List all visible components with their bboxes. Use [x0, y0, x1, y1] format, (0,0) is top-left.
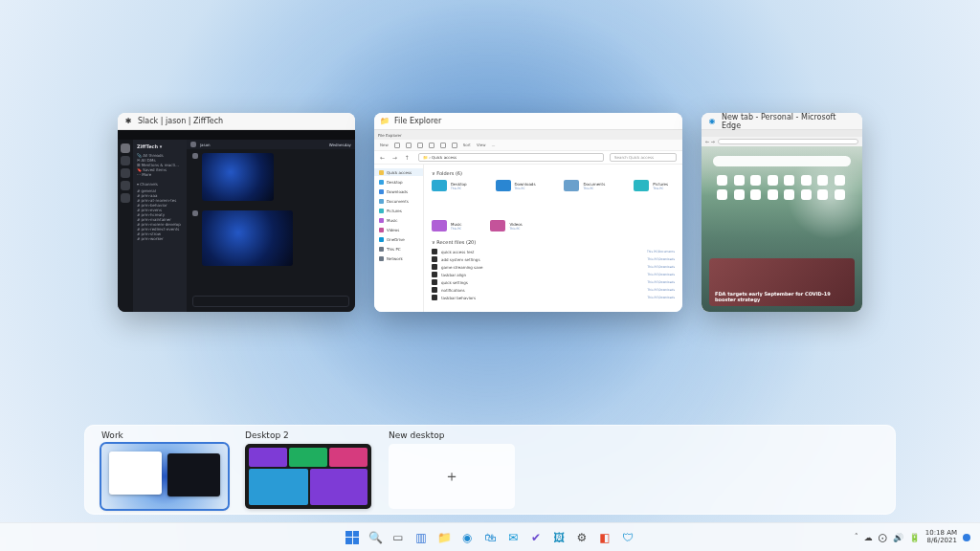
taskbar-photos-button[interactable]: 🖼: [550, 529, 568, 546]
search-input: Search Quick access: [610, 153, 677, 162]
nav-item: This PC: [374, 245, 423, 253]
slack-main: jason Wednesday: [187, 140, 355, 312]
quick-access-folder: VideosThis PC: [490, 220, 522, 231]
window-title: Slack | jason | ZiffTech: [138, 117, 223, 125]
window-thumbnail-edge[interactable]: ◉ New tab - Personal - Microsoft Edge ← …: [702, 113, 862, 312]
nav-item: OneDrive: [374, 235, 423, 243]
taskbar-settings-button[interactable]: ⚙: [573, 529, 590, 546]
taskbar-center: 🔍▭▥📁◉🛍✉✔🖼⚙◧🛡: [344, 529, 636, 546]
quick-access-folder: DesktopThis PC: [432, 180, 467, 191]
taskbar: 🔍▭▥📁◉🛍✉✔🖼⚙◧🛡 ˄ ☁ ⨀ 🔊 🔋 10:18 AM 8/6/2021: [0, 522, 980, 551]
recent-file-row: game streaming saveThis PC\Downloads: [432, 264, 675, 270]
recent-file-row: notificationsThis PC\Downloads: [432, 287, 675, 293]
quick-access-folder: DownloadsThis PC: [496, 180, 536, 191]
window-thumbnail-file-explorer[interactable]: 📁 File Explorer File Explorer NewSortVie…: [374, 113, 682, 312]
nav-item: Pictures: [374, 207, 423, 214]
recent-file-row: quick access testThis PC\Documents: [432, 249, 675, 254]
battery-icon[interactable]: 🔋: [909, 533, 920, 542]
nav-back-forward-icon: ← → ↑: [380, 154, 412, 161]
notifications-icon[interactable]: [963, 534, 970, 541]
recent-file-row: taskbar alignThis PC\Downloads: [432, 272, 675, 277]
explorer-toolbar: NewSortView…: [374, 140, 682, 151]
wifi-icon[interactable]: ⨀: [879, 533, 887, 542]
windows-logo-icon: [345, 531, 359, 544]
window-titlebar: 📁 File Explorer: [374, 113, 682, 130]
taskbar-start-button[interactable]: [344, 529, 361, 546]
taskbar-mail-button[interactable]: ✉: [504, 529, 522, 546]
desktop-label: Work: [101, 430, 228, 440]
nav-item: Documents: [374, 197, 423, 205]
taskbar-security-button[interactable]: 🛡: [619, 529, 636, 546]
edge-icon: ◉: [707, 117, 717, 126]
window-title: New tab - Personal - Microsoft Edge: [722, 113, 857, 130]
slack-composer: [192, 296, 349, 307]
quick-access-folder: MusicThis PC: [432, 220, 461, 231]
taskbar-edge-button[interactable]: ◉: [458, 529, 476, 546]
quick-access-folder: DocumentsThis PC: [564, 180, 605, 191]
window-body: File Explorer NewSortView… ← → ↑ 📁 › Qui…: [374, 130, 682, 312]
taskbar-explorer-button[interactable]: 📁: [435, 529, 453, 546]
window-body: ZiffTech ▾ 📎 All threads✉ All DMs☰ Menti…: [118, 130, 355, 312]
nav-item: Quick access: [374, 168, 423, 176]
taskbar-clock[interactable]: 10:18 AM 8/6/2021: [925, 530, 957, 544]
plus-icon: ＋: [444, 467, 459, 487]
virtual-desktops-bar: WorkDesktop 2 New desktop ＋: [84, 425, 896, 515]
taskbar-office-button[interactable]: ◧: [596, 529, 613, 546]
desktop-thumbnail[interactable]: [101, 444, 228, 509]
volume-icon[interactable]: 🔊: [893, 533, 903, 542]
nav-item: Desktop: [374, 178, 423, 186]
window-titlebar: ✱ Slack | jason | ZiffTech: [118, 113, 355, 130]
virtual-desktop[interactable]: Desktop 2: [245, 430, 371, 509]
taskbar-store-button[interactable]: 🛍: [481, 529, 499, 546]
system-tray[interactable]: ˄ ☁ ⨀ 🔊 🔋 10:18 AM 8/6/2021: [855, 530, 980, 544]
task-view: ✱ Slack | jason | ZiffTech ZiffTech ▾ 📎 …: [0, 0, 980, 551]
explorer-content: ∨ Folders (6) DesktopThis PCDownloadsThi…: [424, 165, 682, 312]
slack-channel-item: # prm-worker: [137, 236, 183, 241]
onedrive-icon[interactable]: ☁: [864, 533, 873, 542]
taskbar-widgets-button[interactable]: ▥: [412, 529, 430, 546]
nav-item: Music: [374, 216, 423, 224]
explorer-address-row: ← → ↑ 📁 › Quick access Search Quick acce…: [374, 151, 682, 165]
taskbar-search-button[interactable]: 🔍: [367, 529, 384, 546]
desktop-thumbnail[interactable]: [245, 444, 371, 509]
edge-news-card: FDA targets early September for COVID-19…: [709, 258, 855, 306]
recent-file-row: quick settingsThis PC\Downloads: [432, 279, 675, 285]
nav-item: Downloads: [374, 187, 423, 195]
slack-sidebar: ZiffTech ▾ 📎 All threads✉ All DMs☰ Menti…: [133, 140, 187, 312]
open-windows-row: ✱ Slack | jason | ZiffTech ZiffTech ▾ 📎 …: [0, 113, 980, 312]
breadcrumb: 📁 › Quick access: [418, 153, 604, 162]
window-body: ← → FDA targets early September for COVI…: [702, 130, 862, 312]
quick-access-folder: PicturesThis PC: [634, 180, 668, 191]
slack-workspace-rail: [118, 140, 133, 312]
recent-file-row: add system settingsThis PC\Downloads: [432, 256, 675, 262]
window-titlebar: ◉ New tab - Personal - Microsoft Edge: [702, 113, 862, 130]
nav-item: Network: [374, 254, 423, 262]
new-desktop-button[interactable]: New desktop ＋: [389, 430, 515, 509]
slack-icon: ✱: [123, 117, 133, 126]
recent-file-row: taskbar behaviorsThis PC\Downloads: [432, 295, 675, 300]
tray-overflow-icon[interactable]: ˄: [855, 533, 858, 541]
desktop-label: Desktop 2: [245, 430, 371, 440]
window-thumbnail-slack[interactable]: ✱ Slack | jason | ZiffTech ZiffTech ▾ 📎 …: [118, 113, 355, 312]
slack-sidebar-item: ⋯ More: [137, 172, 183, 177]
virtual-desktop[interactable]: Work: [101, 430, 228, 509]
taskbar-todo-button[interactable]: ✔: [527, 529, 545, 546]
edge-ntp-search: [713, 156, 851, 166]
folder-icon: 📁: [380, 117, 390, 126]
nav-item: Videos: [374, 226, 423, 233]
taskbar-taskview-button[interactable]: ▭: [390, 529, 407, 546]
window-title: File Explorer: [394, 117, 441, 125]
explorer-nav-pane: Quick accessDesktopDownloadsDocumentsPic…: [374, 165, 424, 312]
